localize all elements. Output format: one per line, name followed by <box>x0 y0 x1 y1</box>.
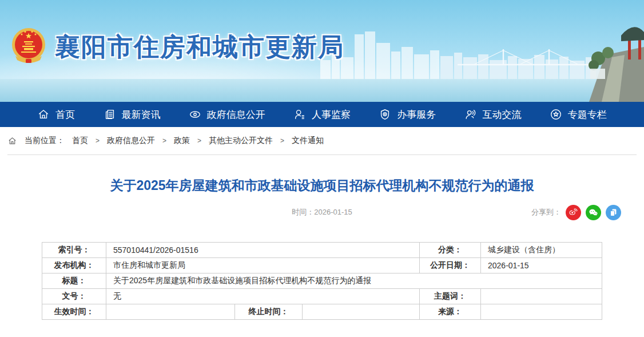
nav-item-label: 最新资讯 <box>122 108 161 121</box>
title-label: 标题： <box>42 273 106 289</box>
nav-item-label: 政府信息公开 <box>207 108 265 121</box>
breadcrumb-prefix: 当前位置： <box>25 136 65 146</box>
breadcrumb-separator: > <box>162 137 166 145</box>
docnum-value: 无 <box>106 289 419 304</box>
nav-item-label: 专题专栏 <box>568 108 607 121</box>
info-table: 索引号： 557010441/2026-01516 分类： 城乡建设（含住房） … <box>42 242 602 320</box>
expiry-value <box>302 304 419 320</box>
person-icon <box>293 108 306 121</box>
source-value <box>481 304 602 320</box>
site-title: 襄阳市住房和城市更新局 <box>55 30 344 64</box>
weibo-share-icon[interactable] <box>566 205 581 220</box>
nav-item-interaction[interactable]: 互动交流 <box>464 108 522 121</box>
table-row: 发布机构： 市住房和城市更新局 公开日期： 2026-01-15 <box>42 258 602 273</box>
nav-item-label: 办事服务 <box>397 108 436 121</box>
index-value: 557010441/2026-01516 <box>106 243 419 258</box>
agency-value: 市住房和城市更新局 <box>106 258 419 273</box>
wechat-share-icon[interactable] <box>586 205 601 220</box>
table-row: 标题： 关于2025年房屋建筑和市政基础设施项目招标代理机构不规范行为的通报 <box>42 273 602 289</box>
effective-label: 生效时间： <box>42 304 106 320</box>
breadcrumb-separator: > <box>197 137 201 145</box>
home-icon <box>7 136 17 146</box>
page: 襄阳市住房和城市更新局 首页 最新资讯 政府信息公开 人事监察 办事服务 互动交… <box>0 0 644 337</box>
nav-item-home[interactable]: 首页 <box>37 108 75 121</box>
keywords-value <box>481 289 602 304</box>
category-value: 城乡建设（含住房） <box>481 243 602 258</box>
copy-share-icon[interactable] <box>606 205 621 220</box>
keywords-label: 主题词： <box>420 289 481 304</box>
nav-item-label: 人事监察 <box>312 108 351 121</box>
docnum-label: 文号： <box>42 289 106 304</box>
nav-item-gov-info[interactable]: 政府信息公开 <box>189 108 265 121</box>
national-emblem-logo <box>10 26 47 68</box>
breadcrumb-separator: > <box>96 137 100 145</box>
eye-icon <box>189 108 201 121</box>
badge-icon <box>379 108 391 121</box>
article-meta: 时间：2026-01-15 分享到： <box>0 204 644 220</box>
share-box: 分享到： <box>531 204 621 220</box>
table-row: 文号： 无 主题词： <box>42 289 602 304</box>
share-label: 分享到： <box>531 207 561 217</box>
agency-label: 发布机构： <box>42 258 106 273</box>
star-icon <box>550 108 562 121</box>
table-row: 生效时间： 终止时间： 来源： <box>42 304 602 320</box>
nav-item-label: 首页 <box>55 108 75 121</box>
news-icon <box>104 108 116 121</box>
article-title: 关于2025年房屋建筑和市政基础设施项目招标代理机构不规范行为的通报 <box>29 177 615 195</box>
brand: 襄阳市住房和城市更新局 <box>10 26 344 68</box>
publish-date-label: 公开日期： <box>420 258 481 273</box>
site-header: 襄阳市住房和城市更新局 <box>0 0 644 102</box>
breadcrumb-item-policy[interactable]: 政策 <box>174 136 190 146</box>
nav-item-special-columns[interactable]: 专题专栏 <box>550 108 607 121</box>
effective-value <box>106 304 234 320</box>
time-label: 时间： <box>292 208 314 216</box>
nav-item-label: 互动交流 <box>483 108 522 121</box>
table-row: 索引号： 557010441/2026-01516 分类： 城乡建设（含住房） <box>42 243 602 258</box>
breadcrumb-item-home[interactable]: 首页 <box>72 136 88 146</box>
title-value: 关于2025年房屋建筑和市政基础设施项目招标代理机构不规范行为的通报 <box>106 273 602 289</box>
breadcrumb-item-gov-info[interactable]: 政府信息公开 <box>107 136 155 146</box>
breadcrumb: 当前位置： 首页 > 政府信息公开 > 政策 > 其他主动公开文件 > 文件通知 <box>7 127 637 155</box>
breadcrumb-item-other-public-files[interactable]: 其他主动公开文件 <box>209 136 273 146</box>
breadcrumb-item-file-notice: 文件通知 <box>292 136 324 146</box>
time-value: 2026-01-15 <box>314 208 352 216</box>
source-label: 来源： <box>420 304 481 320</box>
nav-item-personnel[interactable]: 人事监察 <box>293 108 351 121</box>
article-content: 关于2025年房屋建筑和市政基础设施项目招标代理机构不规范行为的通报 时间：20… <box>0 177 644 320</box>
home-icon <box>37 108 50 121</box>
chat-icon <box>464 108 477 121</box>
publish-date-value: 2026-01-15 <box>481 258 602 273</box>
breadcrumb-separator: > <box>280 137 284 145</box>
index-label: 索引号： <box>42 243 106 258</box>
expiry-label: 终止时间： <box>234 304 302 320</box>
main-nav: 首页 最新资讯 政府信息公开 人事监察 办事服务 互动交流 专题专栏 <box>0 102 644 127</box>
nav-item-services[interactable]: 办事服务 <box>379 108 436 121</box>
nav-item-news[interactable]: 最新资讯 <box>104 108 161 121</box>
category-label: 分类： <box>420 243 481 258</box>
